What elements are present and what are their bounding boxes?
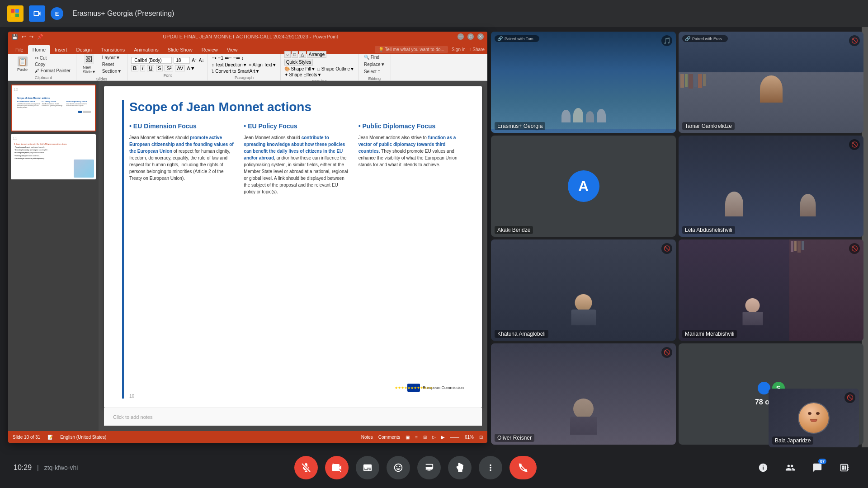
slide-columns: • EU Dimension Focus Jean Monnet activit… (129, 122, 464, 379)
app-icon-meet[interactable] (29, 5, 45, 22)
captions-button[interactable] (356, 456, 379, 479)
shadow-btn[interactable]: S² (165, 65, 173, 71)
slide-sorter-btn[interactable]: ⊞ (423, 435, 427, 440)
tab-animations[interactable]: Animations (129, 45, 163, 54)
font-family-dropdown[interactable]: Calibri (Body) (131, 57, 172, 64)
reset-btn[interactable]: Reset (100, 61, 123, 67)
mic-muted-icon-baia: 🚫 (847, 394, 854, 401)
video-tile-oliver: 🚫 Oliver Reisner (491, 343, 676, 445)
tab-file[interactable]: File (11, 45, 28, 54)
tab-review[interactable]: Review (197, 45, 222, 54)
present-button[interactable] (417, 456, 441, 479)
mariami-video (679, 239, 863, 341)
align-text-btn[interactable]: ≡ Align Text▼ (249, 62, 277, 67)
shape-rect[interactable]: □ (292, 51, 298, 58)
ppt-maximize-btn[interactable]: □ (467, 33, 474, 40)
info-button[interactable] (753, 458, 773, 478)
slide-thumb-10[interactable]: 10 Scope of Jean Monnet actions EU Dimen… (11, 84, 96, 131)
redo-btn[interactable]: ↪ (29, 34, 33, 40)
share-btn[interactable]: ↑ Share (469, 47, 485, 52)
paired-text-tamar: Paired with Eras... (692, 37, 725, 41)
arrange-btn[interactable]: Arrange (307, 51, 327, 58)
fit-window-btn[interactable]: ⊡ (479, 435, 483, 440)
notes-btn[interactable]: Notes (361, 435, 373, 440)
mic-muted-icon-khatuna: 🚫 (664, 245, 670, 252)
name-mariami: Mariami Merabishvili (682, 330, 737, 338)
font-size-input[interactable]: 18 (174, 57, 190, 64)
notes-area[interactable]: Click to add notes (104, 408, 482, 426)
people-button[interactable] (780, 458, 800, 478)
slideshow-btn[interactable]: ▶ (441, 435, 445, 440)
columns-btn[interactable]: ⫾ (241, 55, 244, 61)
find-btn[interactable]: 🔍 Find (362, 54, 387, 60)
mute-button[interactable] (294, 456, 318, 479)
name-tamar: Tamar Gamkrelidze (682, 122, 735, 130)
raise-hand-button[interactable] (448, 456, 472, 479)
new-slide-btn[interactable]: 🖼 NewSlide▼ (80, 53, 99, 75)
video-tile-khatuna: 🚫 Khatuna Amaglobeli (491, 239, 676, 341)
reading-view-btn[interactable]: ▷ (432, 435, 436, 440)
italic-btn[interactable]: I (140, 65, 145, 71)
ppt-minimize-btn[interactable]: — (458, 33, 464, 40)
slide-num-10: 10 (14, 87, 93, 92)
end-call-button[interactable] (509, 456, 537, 479)
sign-in-btn[interactable]: Sign in (452, 47, 466, 52)
undo-btn[interactable]: ↩ (22, 34, 26, 40)
camera-button[interactable] (325, 456, 349, 479)
text-direction-btn[interactable]: ↕ Text Direction▼ (212, 62, 247, 67)
shape-tri[interactable]: △ (299, 51, 306, 58)
tab-home[interactable]: Home (28, 45, 50, 54)
font-size-up[interactable]: A↑ (192, 58, 197, 63)
more-options-button[interactable] (479, 456, 502, 479)
meeting-title: Erasmus+ Georgia (Presenting) (72, 9, 174, 18)
font-size-down[interactable]: A↓ (199, 58, 204, 63)
layout-btn[interactable]: Layout▼ (100, 55, 123, 61)
outline-view-btn[interactable]: ≡ (415, 435, 418, 440)
char-spacing-btn[interactable]: AV (175, 65, 185, 71)
cut-btn[interactable]: ✂ Cut (33, 55, 72, 61)
tell-me-input[interactable]: 💡 Tell me what you want to do... (375, 46, 448, 53)
slide-thumb-11[interactable]: 11 1. Jean Monnet actions in the field o… (11, 134, 96, 179)
thumb10-title: Scope of Jean Monnet actions (16, 95, 91, 100)
replace-btn[interactable]: Replace▼ (362, 61, 387, 67)
comments-btn[interactable]: Comments (378, 435, 400, 440)
tab-slideshow[interactable]: Slide Show (163, 45, 197, 54)
name-oliver: Oliver Reisner (495, 434, 534, 442)
ppt-close-btn[interactable]: ✕ (477, 33, 484, 40)
tab-transitions[interactable]: Transitions (96, 45, 129, 54)
chat-button[interactable]: 87 (807, 458, 827, 478)
quick-styles-btn[interactable]: Quick Styles (284, 59, 313, 66)
copy-btn[interactable]: Copy (33, 61, 72, 67)
tab-view[interactable]: View (222, 45, 242, 54)
decrease-indent-btn[interactable]: ⬅≡ (225, 55, 231, 61)
normal-view-btn[interactable]: ▣ (406, 435, 410, 440)
shape-outline-btn[interactable]: □ Shape Outline▼ (317, 66, 354, 71)
strikethrough-btn[interactable]: S (156, 65, 163, 71)
section-btn[interactable]: Section▼ (100, 68, 123, 74)
convert-smartart-btn[interactable]: ⤵ Convert to SmartArt▼ (212, 69, 259, 74)
mic-muted-icon-tamar: 🚫 (851, 38, 858, 44)
tab-insert[interactable]: Insert (50, 45, 72, 54)
numbering-btn[interactable]: ≡1 (218, 55, 224, 61)
tab-design[interactable]: Design (72, 45, 96, 54)
select-btn[interactable]: Select = (362, 69, 387, 75)
shape-effects-btn[interactable]: ✦ Shape Effects▼ (284, 72, 322, 77)
underline-btn[interactable]: U (147, 65, 154, 71)
bullets-btn[interactable]: ≡• (212, 55, 216, 61)
format-painter-btn[interactable]: 🖌 Format Painter (33, 68, 72, 74)
click-to-add-notes[interactable]: Click to add notes (113, 414, 152, 420)
bold-btn[interactable]: B (131, 65, 138, 71)
activities-button[interactable] (835, 458, 854, 478)
app-icon-google[interactable] (7, 5, 24, 22)
thumb10-cols: EU Dimension Focus Jean Monnet activitie… (16, 100, 91, 109)
paragraph-label: Paragraph (235, 75, 254, 80)
paste-btn[interactable]: 📋 Paste (14, 56, 30, 73)
font-color-btn[interactable]: A▼ (187, 66, 195, 71)
increase-indent-btn[interactable]: ≡➡ (233, 55, 240, 61)
save-btn[interactable]: 💾 (12, 34, 18, 40)
shape-fill-btn[interactable]: 🎨 Shape Fill▼ (284, 66, 316, 71)
zoom-level: 61% (465, 435, 474, 440)
pin-btn[interactable]: 📌 (37, 34, 43, 40)
shape-oval[interactable]: ○ (284, 51, 291, 58)
emoji-button[interactable] (387, 456, 410, 479)
